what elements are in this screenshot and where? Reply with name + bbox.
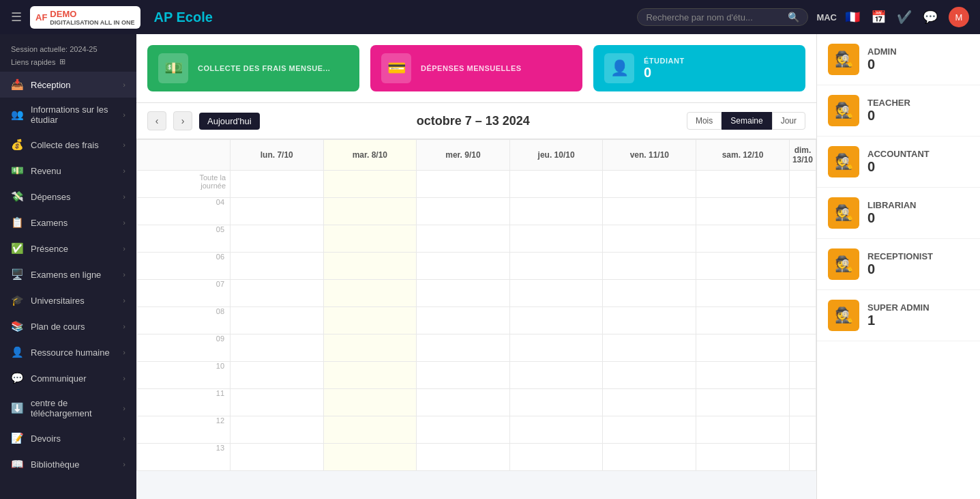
students-stat-icon: 👤 [604, 53, 634, 83]
slot-09-sat [696, 334, 790, 362]
slot-05-fri [603, 225, 696, 253]
user-name: MAC [816, 12, 837, 23]
whatsapp-icon[interactable]: 💬 [923, 10, 938, 25]
slot-09-tue [323, 334, 417, 362]
slot-12-thu [509, 416, 603, 444]
time-13: 13 [137, 444, 231, 471]
calendar-icon[interactable]: 📅 [871, 10, 886, 25]
slot-12-mon [231, 416, 324, 444]
check-icon[interactable]: ✔️ [897, 10, 912, 25]
expenses-stat-icon: 💳 [381, 53, 411, 83]
chevron-icon: › [123, 244, 125, 253]
role-label-admin: ADMIN [867, 46, 897, 57]
slot-08-sun [789, 307, 816, 334]
sidebar-item-label: Bibliothèque [31, 459, 80, 470]
sidebar-item-fees[interactable]: 💰 Collecte des frais › [0, 132, 136, 158]
slot-08-sat [696, 307, 790, 334]
slot-11-mon [231, 389, 324, 416]
hamburger-icon[interactable]: ☰ [11, 10, 22, 25]
slot-06-wed [417, 253, 510, 280]
all-day-mon [231, 171, 324, 198]
sidebar-item-label: Communiquer [31, 373, 87, 384]
time-10: 10 [137, 362, 231, 389]
slot-13-sat [696, 444, 790, 471]
slot-12-wed [417, 416, 510, 444]
right-panel: 🕵️ ADMIN 0 🕵️ TEACHER 0 🕵️ ACCOUNTANT 0 [816, 34, 980, 499]
stat-card-expenses: 💳 DÉPENSES MENSUELLES [370, 45, 582, 91]
cal-view-week[interactable]: Semaine [722, 112, 771, 130]
slot-07-thu [509, 280, 603, 307]
role-icon-accountant: 🕵️ [828, 146, 859, 177]
sidebar-item-presence[interactable]: ✅ Présence › [0, 236, 136, 261]
slot-12-sat [696, 416, 790, 444]
time-09: 09 [137, 334, 231, 362]
chevron-icon: › [123, 218, 125, 227]
slot-04-fri [603, 198, 696, 225]
sidebar-item-homework[interactable]: 📝 Devoirs › [0, 425, 136, 451]
slot-06-tue [323, 253, 417, 280]
sidebar-item-students[interactable]: 👥 Informations sur les étudiar › [0, 98, 136, 132]
slot-05-tue [323, 225, 417, 253]
expenses-icon: 💸 [11, 190, 24, 203]
slot-08-tue [323, 307, 417, 334]
time-header [137, 140, 231, 171]
time-row-04: 04 [137, 198, 816, 225]
slot-09-wed [417, 334, 510, 362]
revenue-icon: 💵 [11, 165, 24, 177]
sidebar-item-university[interactable]: 🎓 Universitaires › [0, 287, 136, 313]
fees-icon: 💰 [11, 139, 24, 151]
day-header-tue: mar. 8/10 [323, 140, 417, 171]
sidebar-item-label: Universitaires [31, 296, 85, 306]
slot-13-wed [417, 444, 510, 471]
search-input[interactable] [646, 12, 782, 23]
sidebar-item-exams[interactable]: 📋 Examens › [0, 210, 136, 236]
time-row-12: 12 [137, 416, 816, 444]
university-icon: 🎓 [11, 294, 24, 306]
avatar[interactable]: M [949, 7, 969, 27]
sidebar-item-label: Revenu [31, 166, 61, 176]
slot-06-thu [509, 253, 603, 280]
cal-view-day[interactable]: Jour [772, 112, 805, 130]
role-icon-librarian: 🕵️ [828, 197, 859, 229]
chevron-icon: › [123, 111, 125, 119]
slot-05-mon [231, 225, 324, 253]
courses-icon: 📚 [11, 320, 24, 332]
time-row-08: 08 [137, 307, 816, 334]
downloads-icon: ⬇️ [11, 402, 24, 414]
sidebar-item-expenses[interactable]: 💸 Dépenses › [0, 184, 136, 210]
sidebar-item-library[interactable]: 📖 Bibliothèque › [0, 451, 136, 477]
calendar-prev-button[interactable]: ‹ [147, 111, 166, 130]
library-icon: 📖 [11, 458, 24, 470]
search-bar: 🔍 [637, 8, 808, 26]
slot-11-sat [696, 389, 790, 416]
role-label-superadmin: SUPER ADMIN [867, 302, 930, 313]
sidebar-item-communicate[interactable]: 💬 Communiquer › [0, 365, 136, 391]
all-day-row: Toute lajournée [137, 171, 816, 198]
time-05: 05 [137, 225, 231, 253]
role-label-receptionist: RECEPTIONIST [867, 251, 933, 261]
slot-04-thu [509, 198, 603, 225]
sidebar-item-courses[interactable]: 📚 Plan de cours › [0, 313, 136, 339]
sidebar-item-hr[interactable]: 👤 Ressource humaine › [0, 339, 136, 365]
slot-06-mon [231, 253, 324, 280]
calendar-today-button[interactable]: Aujourd'hui [199, 113, 260, 130]
nav-icons: 🇫🇷 📅 ✔️ 💬 M [845, 7, 969, 27]
sidebar-item-label: Réception [31, 80, 71, 90]
calendar-next-button[interactable]: › [173, 111, 192, 130]
cal-view-month[interactable]: Mois [687, 112, 722, 130]
time-row-10: 10 [137, 362, 816, 389]
sidebar-item-reception[interactable]: 📥 Réception › [0, 72, 136, 98]
slot-04-sat [696, 198, 790, 225]
calendar-grid: lun. 7/10 mar. 8/10 mer. 9/10 jeu. 10/10… [136, 139, 816, 471]
sidebar-item-revenue[interactable]: 💵 Revenu › [0, 158, 136, 184]
sidebar-item-downloads[interactable]: ⬇️ centre de téléchargement › [0, 391, 136, 425]
role-icon-receptionist: 🕵️ [828, 248, 859, 280]
time-row-13: 13 [137, 444, 816, 471]
slot-07-tue [323, 280, 417, 307]
chevron-icon: › [123, 81, 125, 89]
language-flag[interactable]: 🇫🇷 [845, 10, 860, 25]
stats-row: 💵 COLLECTE DES FRAIS MENSUE... 💳 DÉPENSE… [136, 34, 816, 103]
quick-links[interactable]: Liens rapides ⊞ [0, 56, 136, 72]
time-06: 06 [137, 253, 231, 280]
sidebar-item-online-exams[interactable]: 🖥️ Examens en ligne › [0, 261, 136, 287]
